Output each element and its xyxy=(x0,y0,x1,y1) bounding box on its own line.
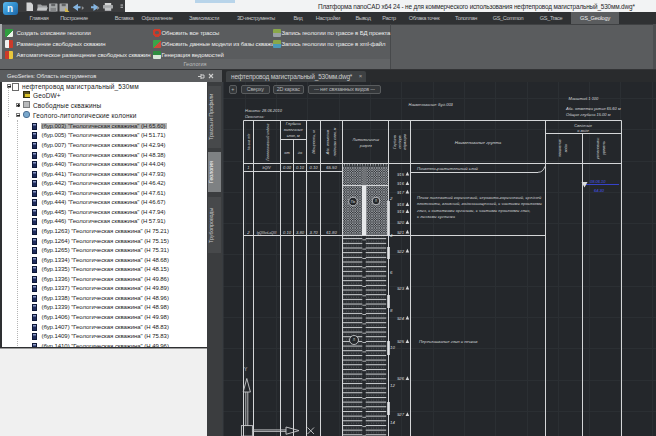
svg-text:Глубина: Глубина xyxy=(393,135,397,149)
svg-text:2: 2 xyxy=(246,230,250,235)
svg-text:0.10: 0.10 xyxy=(283,230,292,235)
svg-text:0.00: 0.00 xyxy=(283,165,292,170)
svg-text:о воде: о воде xyxy=(577,128,590,133)
svg-text:Мощность, м: Мощность, м xyxy=(312,130,316,154)
svg-text:с линзами суглинка: с линзами суглинка xyxy=(417,214,456,219)
svg-text:8: 8 xyxy=(390,308,393,313)
svg-text:Абс. отметка устья 65.60 м: Абс. отметка устья 65.60 м xyxy=(565,106,621,111)
svg-text:Почвенно-растительный слой: Почвенно-растительный слой xyxy=(417,166,479,171)
svg-text:Общая глубина 15.00 м: Общая глубина 15.00 м xyxy=(566,112,611,117)
svg-text:Сведения: Сведения xyxy=(574,123,592,128)
svg-text:923: 923 xyxy=(397,286,405,291)
svg-text:Глубина: Глубина xyxy=(286,121,302,126)
svg-text:lgQIIIvd-aQIII: lgQIIIvd-aQIII xyxy=(257,231,277,235)
svg-text:от: от xyxy=(284,150,290,155)
svg-text:появление: появление xyxy=(558,139,562,157)
svg-text:плотности, влажный, водонасыще: плотности, влажный, водонасыщенный, с ча… xyxy=(417,201,542,206)
svg-text:Песок пылеватый коричневый, се: Песок пылеватый коричневый, серовато-кор… xyxy=(417,195,542,200)
svg-text:Наименование грунта: Наименование грунта xyxy=(455,140,502,145)
svg-text:921: 921 xyxy=(397,230,404,235)
svg-text:924: 924 xyxy=(397,316,405,321)
svg-text:Наименование: Буд.003: Наименование: Буд.003 xyxy=(409,102,454,107)
svg-text:14: 14 xyxy=(390,420,395,425)
svg-text:уровень: уровень xyxy=(602,141,606,156)
svg-text:Пв: Пв xyxy=(351,200,356,204)
svg-text:920: 920 xyxy=(397,220,405,225)
svg-text:№ скв п/п: № скв п/п xyxy=(247,134,251,150)
svg-text:Литологическ: Литологическ xyxy=(352,137,380,142)
svg-text:918: 918 xyxy=(397,202,405,207)
svg-text:926: 926 xyxy=(397,376,405,381)
svg-text:Геологический индекс: Геологический индекс xyxy=(266,123,270,160)
svg-text:64.30: 64.30 xyxy=(594,188,605,193)
svg-text:глин, с остатками органики, с: глин, с остатками органики, с частыми пр… xyxy=(417,208,531,213)
svg-text:916: 916 xyxy=(397,181,405,186)
svg-text:10: 10 xyxy=(390,345,395,350)
svg-text:залегания: залегания xyxy=(283,127,303,132)
svg-text:Переслаивание глин и песков: Переслаивание глин и песков xyxy=(419,339,478,344)
svg-text:образцов: образцов xyxy=(403,134,407,150)
svg-text:61.80: 61.80 xyxy=(326,230,337,235)
svg-text:08.06.10: 08.06.10 xyxy=(590,179,606,184)
svg-text:0.10: 0.10 xyxy=(309,165,318,170)
svg-text:разрез: разрез xyxy=(359,143,372,148)
svg-text:подошвы слоя, м: подошвы слоя, м xyxy=(333,127,337,156)
svg-text:2: 2 xyxy=(389,196,393,201)
svg-text:bQIV: bQIV xyxy=(262,166,271,170)
svg-text:0.10: 0.10 xyxy=(296,165,305,170)
svg-text:Начата: 28.06.2010: Начата: 28.06.2010 xyxy=(245,108,283,113)
svg-text:воды: воды xyxy=(564,143,568,152)
svg-text:922: 922 xyxy=(397,249,405,254)
svg-text:Абс. отметка: Абс. отметка xyxy=(326,130,330,155)
svg-text:1: 1 xyxy=(247,165,249,170)
svg-text:927: 927 xyxy=(397,412,405,417)
svg-text:3.80: 3.80 xyxy=(296,230,305,235)
svg-text:3.70: 3.70 xyxy=(309,230,318,235)
svg-text:917: 917 xyxy=(397,190,405,195)
svg-text:919: 919 xyxy=(397,209,405,214)
svg-text:до: до xyxy=(298,150,303,155)
svg-text:установивш.: установивш. xyxy=(596,137,600,160)
svg-text:Y: Y xyxy=(244,366,248,372)
svg-text:925: 925 xyxy=(397,339,405,344)
svg-text:65.50: 65.50 xyxy=(326,165,337,170)
svg-text:12: 12 xyxy=(390,383,395,388)
svg-text:отбора: отбора xyxy=(398,135,402,148)
svg-text:915: 915 xyxy=(397,172,405,177)
svg-text:6: 6 xyxy=(390,270,393,275)
svg-text:слоя, м: слоя, м xyxy=(287,133,300,138)
svg-text:Окончена:: Окончена: xyxy=(245,114,264,119)
svg-text:Масштаб 1:100: Масштаб 1:100 xyxy=(569,96,600,101)
